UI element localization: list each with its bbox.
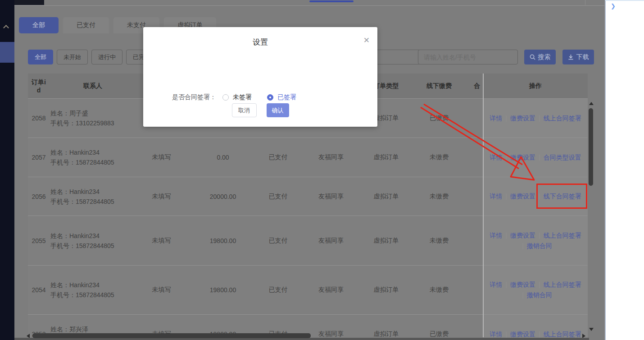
cell-contract — [471, 315, 483, 340]
column-header-9: 操作 — [483, 74, 588, 98]
cell-source: 友福同享 — [297, 138, 365, 177]
field-label: 是否合同签署： — [172, 93, 216, 101]
action-link-缴费设置[interactable]: 缴费设置 — [510, 115, 535, 122]
status-filter-2[interactable]: 进行中 — [91, 50, 122, 64]
action-link-缴费设置[interactable]: 缴费设置 — [510, 331, 535, 338]
status-filter-0[interactable]: 全部 — [28, 50, 53, 64]
cell-amount: 0.00 — [187, 138, 259, 177]
cell-offline_pay: 未缴费 — [408, 216, 471, 265]
cell-source: 友福同享 — [297, 177, 365, 216]
action-separator: | — [522, 291, 524, 299]
action-link-详情[interactable]: 详情 — [490, 331, 502, 338]
vertical-scroll-down-arrow[interactable] — [589, 328, 594, 331]
cell-order_type: 虚拟订单 — [365, 216, 408, 265]
cell-pay_status: 已支付 — [259, 216, 297, 265]
cell-actions: 详情|缴费设置|线上合同签署 — [483, 99, 588, 138]
vertical-scrollbar-thumb[interactable] — [589, 108, 593, 186]
radio-option-1[interactable]: 已签署 — [267, 93, 296, 101]
action-link-详情[interactable]: 详情 — [490, 193, 502, 200]
action-link-线下合同签署[interactable]: 线下合同签署 — [544, 193, 581, 200]
action-separator: | — [505, 281, 507, 288]
action-link-线上合同签署[interactable]: 线上合同签署 — [544, 331, 581, 338]
sidebar-active-item[interactable] — [0, 42, 14, 63]
column-header-0: 订单id — [28, 74, 50, 98]
action-link-线上合同签署[interactable]: 线上合同签署 — [544, 232, 581, 239]
action-separator: | — [539, 115, 540, 122]
cell-contract — [471, 177, 483, 216]
radio-label: 未签署 — [233, 93, 252, 101]
action-separator: | — [505, 115, 507, 122]
cell-source: 友福同享 — [297, 266, 365, 314]
cell-filled: 未填写 — [136, 138, 187, 177]
order-tab-1[interactable]: 已支付 — [63, 17, 109, 33]
search-input[interactable] — [418, 50, 518, 64]
search-button-label: 搜索 — [538, 53, 551, 61]
table-row-2054: 2054姓名：Hankin234手机号：15872844805未填写19800.… — [28, 265, 588, 314]
action-link-详情[interactable]: 详情 — [490, 115, 502, 122]
action-link-缴费设置[interactable]: 缴费设置 — [510, 232, 535, 239]
modal-footer: 取消 确认 — [143, 103, 377, 117]
order-tab-0[interactable]: 全部 — [19, 17, 59, 33]
cell-pay_status: 已支付 — [259, 266, 297, 314]
action-separator: | — [539, 331, 540, 338]
cancel-button[interactable]: 取消 — [232, 103, 257, 117]
cell-offline_pay: 未缴费 — [408, 138, 471, 177]
right-drawer: ❯ — [605, 0, 644, 340]
radio-circle-icon — [222, 94, 229, 101]
action-link-缴费设置[interactable]: 缴费设置 — [510, 193, 535, 200]
close-icon[interactable]: ✕ — [363, 37, 370, 44]
action-separator: | — [505, 331, 507, 338]
cell-pay_status: 已支付 — [259, 177, 297, 216]
cell-order_type: 虚拟订单 — [365, 138, 408, 177]
collapse-chevron-up-icon[interactable] — [3, 25, 9, 31]
top-dark-corner — [14, 0, 44, 5]
action-link-线上合同签署[interactable]: 线上合同签署 — [544, 115, 581, 122]
contract-sign-field: 是否合同签署： 未签署已签署 — [172, 93, 312, 101]
app-window: 全部已支付未支付虚拟订单 全部未开始进行中已完成 搜索 下载 订单id联系人订单… — [0, 0, 644, 340]
radio-option-0[interactable]: 未签署 — [222, 93, 252, 101]
modal-title: 设置 — [143, 37, 377, 47]
cell-order_type: 虚拟订单 — [365, 266, 408, 314]
action-link-撤销合同[interactable]: 撤销合同 — [527, 242, 552, 249]
horizontal-scrollbar-thumb[interactable] — [32, 333, 311, 338]
cell-offline_pay: 未缴费 — [408, 266, 471, 314]
cell-order_type: 虚拟订单 — [365, 315, 408, 340]
action-separator: | — [505, 232, 507, 239]
action-link-线上合同签署[interactable]: 线上合同签署 — [544, 281, 581, 288]
chevron-right-icon[interactable]: ❯ — [611, 3, 616, 9]
cell-order_type: 虚拟订单 — [365, 177, 408, 216]
action-separator: | — [539, 232, 540, 239]
cell-source: 友福同享 — [297, 216, 365, 265]
cell-contact: 姓名：Hankin234手机号：15872844805 — [50, 266, 136, 314]
cell-order-id: 2054 — [28, 266, 50, 314]
cell-order-id: 2057 — [28, 138, 50, 177]
sidebar — [0, 0, 14, 340]
status-filter-1[interactable]: 未开始 — [57, 50, 88, 64]
vertical-scroll-up-arrow[interactable] — [589, 102, 594, 105]
action-link-缴费设置[interactable]: 缴费设置 — [510, 154, 535, 161]
action-link-撤销合同[interactable]: 撤销合同 — [527, 291, 552, 299]
action-separator: | — [539, 193, 540, 200]
cell-contact: 姓名：Hankin234手机号：15872844805 — [50, 216, 136, 265]
topbar-divider — [14, 5, 604, 6]
action-link-详情[interactable]: 详情 — [490, 281, 502, 288]
action-link-详情[interactable]: 详情 — [490, 232, 502, 239]
cell-offline_pay: 已缴费 — [408, 315, 471, 340]
confirm-button[interactable]: 确认 — [267, 103, 289, 117]
cell-actions: 详情|缴费设置|合同类型设置 — [483, 138, 588, 177]
column-header-1: 联系人 — [50, 74, 136, 98]
download-icon — [568, 54, 574, 60]
settings-modal: 设置 ✕ 是否合同签署： 未签署已签署 取消 确认 — [143, 27, 377, 127]
search-button[interactable]: 搜索 — [524, 50, 556, 64]
cell-filled: 未填写 — [136, 177, 187, 216]
download-button[interactable]: 下载 — [562, 50, 594, 64]
cell-contact: 姓名：周子盛手机号：13102259883 — [50, 99, 136, 138]
action-link-详情[interactable]: 详情 — [490, 154, 502, 161]
column-header-7: 线下缴费 — [408, 74, 471, 98]
cell-amount: 19800.00 — [187, 266, 259, 314]
table-body: 2058姓名：周子盛手机号：13102259883虚拟订单已缴费详情|缴费设置|… — [28, 98, 588, 340]
action-link-合同类型设置[interactable]: 合同类型设置 — [544, 154, 581, 161]
action-link-缴费设置[interactable]: 缴费设置 — [510, 281, 535, 288]
cell-order-id: 2056 — [28, 177, 50, 216]
cell-actions: 详情|缴费设置|线上合同签署|撤销合同 — [483, 216, 588, 265]
